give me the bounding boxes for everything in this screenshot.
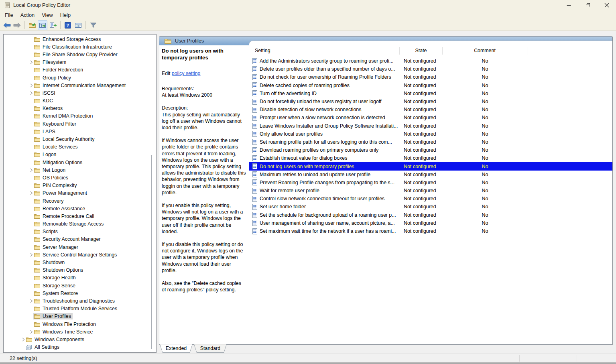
tree-item-troubleshooting-and-diagnostics[interactable]: Troubleshooting and Diagnostics	[4, 297, 150, 305]
back-button[interactable]	[2, 20, 12, 30]
tree-item-user-profiles[interactable]: User Profiles	[4, 313, 150, 320]
tab-extended[interactable]: Extended	[160, 344, 193, 353]
tree-item-iscsi[interactable]: iSCSI	[4, 89, 150, 97]
tree-item-file-share-shadow-copy-provider[interactable]: File Share Shadow Copy Provider	[4, 51, 150, 58]
tree-item-filesystem[interactable]: Filesystem	[4, 59, 150, 66]
tree-item-shutdown[interactable]: Shutdown	[4, 258, 150, 266]
forward-button[interactable]	[12, 20, 22, 30]
tree-item-remote-procedure-call[interactable]: Remote Procedure Call	[4, 212, 150, 220]
tree-scrollbar-thumb[interactable]	[151, 155, 152, 349]
policy-row-establish-timeout-value-for-dialog-boxes[interactable]: Establish timeout value for dialog boxes…	[249, 154, 612, 162]
tree-item-windows-time-service[interactable]: Windows Time Service	[4, 328, 150, 336]
policy-row-maximum-retries-to-unload-and-update-use[interactable]: Maximum retries to unload and update use…	[249, 171, 612, 179]
policy-row-delete-user-profiles-older-than-a-specif[interactable]: Delete user profiles older than a specif…	[249, 65, 612, 73]
tree-item-keyboard-filter[interactable]: Keyboard Filter	[4, 120, 150, 128]
close-button[interactable]	[597, 0, 616, 10]
tree-item-file-classification-infrastructure[interactable]: File Classification Infrastructure	[4, 43, 150, 51]
tree-item-internet-communication-management[interactable]: Internet Communication Management	[4, 81, 150, 89]
tree-item-security-account-manager[interactable]: Security Account Manager	[4, 236, 150, 243]
policy-row-prevent-roaming-profile-changes-from-pro[interactable]: Prevent Roaming Profile changes from pro…	[249, 179, 612, 187]
policy-state: Not configured	[400, 228, 443, 234]
restore-button[interactable]	[578, 0, 597, 10]
tree-item-service-control-manager-settings[interactable]: Service Control Manager Settings	[4, 251, 150, 258]
tree-item-net-logon[interactable]: Net Logon	[4, 166, 150, 174]
policy-row-delete-cached-copies-of-roaming-profiles[interactable]: Delete cached copies of roaming profiles…	[249, 81, 612, 89]
tree-item-pin-complexity[interactable]: PIN Complexity	[4, 182, 150, 189]
policy-row-do-not-check-for-user-ownership-of-roami[interactable]: Do not check for user ownership of Roami…	[249, 73, 612, 81]
tree-item-storage-sense[interactable]: Storage Sense	[4, 282, 150, 289]
expand-chevron-icon[interactable]	[29, 253, 33, 257]
tree-item-folder-redirection[interactable]: Folder Redirection	[4, 66, 150, 74]
expand-chevron-icon[interactable]	[29, 299, 33, 303]
tree-item-content: Filesystem	[33, 59, 68, 65]
policy-state: Not configured	[400, 188, 443, 193]
policy-row-prompt-user-when-a-slow-network-connecti[interactable]: Prompt user when a slow network connecti…	[249, 114, 612, 122]
tree-item-all-settings[interactable]: All Settings	[4, 344, 150, 351]
tree-item-logon[interactable]: Logon	[4, 151, 150, 159]
tree-item-storage-health[interactable]: Storage Health	[4, 274, 150, 282]
expand-chevron-icon[interactable]	[29, 60, 33, 64]
policy-row-set-maximum-wait-time-for-the-network-if[interactable]: Set maximum wait time for the network if…	[249, 227, 612, 235]
tree-item-recovery[interactable]: Recovery	[4, 197, 150, 205]
tree-item-kernel-dma-protection[interactable]: Kernel DMA Protection	[4, 112, 150, 120]
expand-chevron-icon[interactable]	[21, 338, 25, 342]
tree-item-remote-assistance[interactable]: Remote Assistance	[4, 205, 150, 212]
menu-file[interactable]: File	[1, 11, 17, 19]
export-list-button[interactable]	[48, 20, 58, 30]
column-header-state[interactable]: State	[400, 47, 443, 55]
tree-item-system-restore[interactable]: System Restore	[4, 289, 150, 297]
expand-chevron-icon[interactable]	[29, 91, 33, 95]
help-button[interactable]: ?	[63, 20, 73, 30]
show-properties-button[interactable]	[73, 20, 83, 30]
tree-item-group-policy[interactable]: Group Policy	[4, 74, 150, 81]
policy-row-wait-for-remote-user-profile[interactable]: Wait for remote user profileNot configur…	[249, 187, 612, 195]
tab-standard[interactable]: Standard	[194, 344, 227, 353]
minimize-button[interactable]	[559, 0, 578, 10]
tree-item-server-manager[interactable]: Server Manager	[4, 243, 150, 251]
tree-item-removable-storage-access[interactable]: Removable Storage Access	[4, 220, 150, 228]
policy-row-do-not-log-users-on-with-temporary-profi[interactable]: Do not log users on with temporary profi…	[249, 162, 612, 170]
tree-item-kdc[interactable]: KDC	[4, 97, 150, 105]
up-one-level-button[interactable]	[27, 20, 37, 30]
menu-view[interactable]: View	[38, 11, 57, 19]
tree-item-os-policies[interactable]: OS Policies	[4, 174, 150, 181]
tree-item-mitigation-options[interactable]: Mitigation Options	[4, 159, 150, 166]
menu-action[interactable]: Action	[17, 11, 39, 19]
tree-item-power-management[interactable]: Power Management	[4, 189, 150, 197]
policy-row-download-roaming-profiles-on-primary-com[interactable]: Download roaming profiles on primary com…	[249, 146, 612, 154]
expand-chevron-icon[interactable]	[29, 330, 33, 334]
show-console-tree-button[interactable]	[38, 20, 47, 30]
policy-row-set-the-schedule-for-background-upload-o[interactable]: Set the schedule for background upload o…	[249, 211, 612, 219]
policy-row-set-user-home-folder[interactable]: Set user home folderNot configuredNo	[249, 203, 612, 211]
policy-row-do-not-forcefully-unload-the-users-regis[interactable]: Do not forcefully unload the users regis…	[249, 98, 612, 106]
menu-help[interactable]: Help	[57, 11, 74, 19]
expand-chevron-icon[interactable]	[29, 168, 33, 172]
policy-row-set-roaming-profile-path-for-all-users-l[interactable]: Set roaming profile path for all users l…	[249, 138, 612, 146]
tree-item-enhanced-storage-access[interactable]: Enhanced Storage Access	[4, 35, 150, 43]
policy-row-leave-windows-installer-and-group-policy[interactable]: Leave Windows Installer and Group Policy…	[249, 122, 612, 130]
tree-item-scripts[interactable]: Scripts	[4, 228, 150, 236]
column-header-comment[interactable]: Comment	[443, 47, 527, 55]
tree-item-content: Kerberos	[33, 105, 64, 112]
tree-item-kerberos[interactable]: Kerberos	[4, 105, 150, 112]
tree-item-windows-components[interactable]: Windows Components	[4, 336, 150, 343]
tree-item-local-security-authority[interactable]: Local Security Authority	[4, 135, 150, 143]
expand-chevron-icon[interactable]	[29, 191, 33, 195]
edit-policy-setting-link[interactable]: policy setting	[172, 71, 201, 76]
policy-row-add-the-administrators-security-group-to[interactable]: Add the Administrators security group to…	[249, 57, 612, 65]
tree-item-label: Removable Storage Access	[43, 221, 104, 227]
filter-button[interactable]	[88, 20, 98, 30]
policy-row-disable-detection-of-slow-network-connec[interactable]: Disable detection of slow network connec…	[249, 106, 612, 114]
policy-row-user-management-of-sharing-user-name-acc[interactable]: User management of sharing user name, ac…	[249, 219, 612, 227]
tree-item-windows-file-protection[interactable]: Windows File Protection	[4, 320, 150, 328]
column-header-setting[interactable]: Setting	[249, 47, 400, 55]
policy-row-only-allow-local-user-profiles[interactable]: Only allow local user profilesNot config…	[249, 130, 612, 138]
expand-chevron-icon[interactable]	[29, 83, 33, 87]
tree-item-shutdown-options[interactable]: Shutdown Options	[4, 266, 150, 274]
tree-scrollbar[interactable]	[150, 35, 156, 352]
policy-row-control-slow-network-connection-timeout-[interactable]: Control slow network connection timeout …	[249, 195, 612, 203]
tree-item-laps[interactable]: LAPS	[4, 128, 150, 135]
tree-item-locale-services[interactable]: Locale Services	[4, 143, 150, 151]
tree-item-trusted-platform-module-services[interactable]: Trusted Platform Module Services	[4, 305, 150, 313]
policy-row-turn-off-the-advertising-id[interactable]: Turn off the advertising IDNot configure…	[249, 89, 612, 98]
